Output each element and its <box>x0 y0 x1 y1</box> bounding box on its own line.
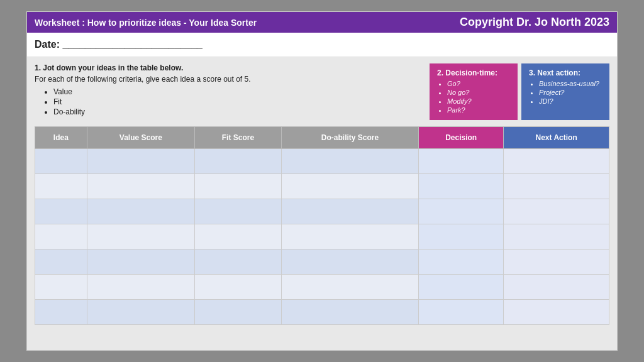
col-next-action: Next Action <box>504 127 609 149</box>
table-cell-r2-c4[interactable] <box>419 199 504 224</box>
table-cell-r3-c1[interactable] <box>87 224 194 250</box>
date-placeholder: _________________________ <box>62 39 202 50</box>
table-cell-r0-c1[interactable] <box>87 149 194 174</box>
table-cell-r1-c3[interactable] <box>281 174 418 199</box>
table-cell-r5-c2[interactable] <box>195 275 282 300</box>
table-row[interactable] <box>35 275 609 300</box>
decision-list: Go? No go? Modify? Park? <box>437 80 510 114</box>
instructions: 1. Jot down your ideas in the table belo… <box>35 63 423 118</box>
worksheet: Worksheet : How to prioritize ideas - Yo… <box>26 11 618 351</box>
criteria-value: Value <box>53 87 423 96</box>
table-cell-r4-c1[interactable] <box>87 250 194 275</box>
table-row[interactable] <box>35 149 609 174</box>
table-cell-r4-c2[interactable] <box>195 250 282 275</box>
instruction-line1: 1. Jot down your ideas in the table belo… <box>35 63 423 72</box>
col-fit-score: Fit Score <box>195 127 282 149</box>
next-action-list: Business-as-usual? Project? JDI? <box>529 80 602 105</box>
table-cell-r6-c3[interactable] <box>281 300 418 325</box>
date-row: Date: _________________________ <box>27 33 617 57</box>
table-cell-r5-c4[interactable] <box>419 275 504 300</box>
table-wrapper: Idea Value Score Fit Score Do-ability Sc… <box>27 126 617 332</box>
next-action-item-project: Project? <box>539 89 602 96</box>
worksheet-title: Worksheet : How to prioritize ideas - Yo… <box>35 18 460 28</box>
table-cell-r0-c3[interactable] <box>281 149 418 174</box>
table-cell-r6-c4[interactable] <box>419 300 504 325</box>
table-cell-r5-c3[interactable] <box>281 275 418 300</box>
table-row[interactable] <box>35 250 609 275</box>
table-cell-r4-c0[interactable] <box>35 250 87 275</box>
table-cell-r2-c0[interactable] <box>35 199 87 224</box>
table-cell-r4-c5[interactable] <box>504 250 609 275</box>
criteria-fit: Fit <box>53 97 423 106</box>
decision-item-nogo: No go? <box>447 89 510 96</box>
table-cell-r0-c2[interactable] <box>195 149 282 174</box>
table-cell-r1-c1[interactable] <box>87 174 194 199</box>
copyright-text: Copyright Dr. Jo North 2023 <box>460 16 609 29</box>
idea-table: Idea Value Score Fit Score Do-ability Sc… <box>35 126 609 325</box>
col-doability-score: Do-ability Score <box>281 127 418 149</box>
next-action-item-jdi: JDI? <box>539 97 602 105</box>
col-decision: Decision <box>419 127 504 149</box>
table-cell-r3-c3[interactable] <box>281 224 418 250</box>
next-action-box: 3. Next action: Business-as-usual? Proje… <box>521 63 609 120</box>
decision-box: 2. Decision-time: Go? No go? Modify? Par… <box>430 63 518 120</box>
header: Worksheet : How to prioritize ideas - Yo… <box>27 12 617 33</box>
table-cell-r3-c5[interactable] <box>504 224 609 250</box>
table-cell-r6-c0[interactable] <box>35 300 87 325</box>
info-boxes: 2. Decision-time: Go? No go? Modify? Par… <box>430 63 609 120</box>
table-cell-r1-c0[interactable] <box>35 174 87 199</box>
date-label: Date: <box>35 39 60 50</box>
instruction-line2: For each of the following criteria, give… <box>35 75 423 84</box>
table-cell-r3-c2[interactable] <box>195 224 282 250</box>
table-cell-r6-c1[interactable] <box>87 300 194 325</box>
table-cell-r5-c1[interactable] <box>87 275 194 300</box>
table-cell-r6-c5[interactable] <box>504 300 609 325</box>
table-cell-r1-c2[interactable] <box>195 174 282 199</box>
table-cell-r2-c2[interactable] <box>195 199 282 224</box>
table-cell-r2-c3[interactable] <box>281 199 418 224</box>
table-cell-r5-c0[interactable] <box>35 275 87 300</box>
decision-item-park: Park? <box>447 106 510 114</box>
table-cell-r4-c4[interactable] <box>419 250 504 275</box>
col-idea: Idea <box>35 127 87 149</box>
content-area: 1. Jot down your ideas in the table belo… <box>27 57 617 126</box>
table-cell-r0-c5[interactable] <box>504 149 609 174</box>
table-cell-r5-c5[interactable] <box>504 275 609 300</box>
table-row[interactable] <box>35 199 609 224</box>
criteria-list: Value Fit Do-ability <box>35 87 423 116</box>
col-value-score: Value Score <box>87 127 194 149</box>
table-cell-r3-c0[interactable] <box>35 224 87 250</box>
table-cell-r4-c3[interactable] <box>281 250 418 275</box>
table-row[interactable] <box>35 174 609 199</box>
table-cell-r2-c1[interactable] <box>87 199 194 224</box>
table-cell-r0-c0[interactable] <box>35 149 87 174</box>
table-cell-r0-c4[interactable] <box>419 149 504 174</box>
table-row[interactable] <box>35 300 609 325</box>
table-cell-r2-c5[interactable] <box>504 199 609 224</box>
decision-item-modify: Modify? <box>447 97 510 105</box>
next-action-item-bau: Business-as-usual? <box>539 80 602 87</box>
table-body <box>35 149 609 325</box>
next-action-box-title: 3. Next action: <box>529 69 602 77</box>
decision-box-title: 2. Decision-time: <box>437 69 510 77</box>
table-cell-r3-c4[interactable] <box>419 224 504 250</box>
decision-item-go: Go? <box>447 80 510 87</box>
table-cell-r1-c4[interactable] <box>419 174 504 199</box>
table-cell-r6-c2[interactable] <box>195 300 282 325</box>
table-row[interactable] <box>35 224 609 250</box>
table-cell-r1-c5[interactable] <box>504 174 609 199</box>
criteria-doability: Do-ability <box>53 107 423 116</box>
